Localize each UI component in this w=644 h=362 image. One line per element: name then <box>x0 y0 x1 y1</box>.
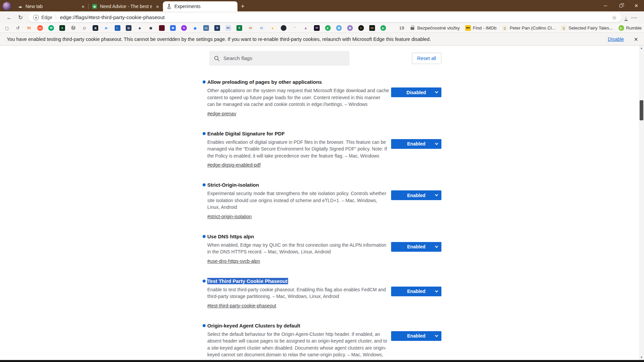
flag-state-dropdown[interactable]: Enabled <box>391 287 441 296</box>
bookmark-item[interactable]: * <box>292 25 298 31</box>
flag-state-dropdown[interactable]: Disabled <box>391 87 441 97</box>
bookmark-item[interactable]: ▦ <box>126 25 131 31</box>
bookmark-item[interactable]: g Selected Fairy Tales... <box>561 25 613 31</box>
bookmark-item[interactable]: ◉ <box>170 25 176 31</box>
bookmark-item[interactable]: IMDb Find - IMDb <box>465 25 497 31</box>
flag-state-value: Enabled <box>407 193 425 198</box>
bookmark-favicon: ◆ <box>192 25 198 31</box>
bookmark-item[interactable]: PC <box>225 25 231 31</box>
minimize-button[interactable] <box>598 0 613 11</box>
bookmark-item[interactable]: G <box>181 25 187 31</box>
flag-description: Experimental security mode that strength… <box>207 190 389 211</box>
bookmark-item[interactable]: >_ <box>115 25 120 31</box>
bookmark-item[interactable]: hl <box>26 25 32 31</box>
search-box[interactable] <box>209 51 350 66</box>
flag-permalink[interactable]: #edge-digsig-enabled-pdf <box>207 162 261 168</box>
bookmark-item[interactable]: S <box>214 25 220 31</box>
flag-row: Use DNS https alpn When enabled, Edge ma… <box>203 234 441 264</box>
bookmark-item[interactable]: ▶ <box>325 25 331 31</box>
scroll-up-icon[interactable]: ▲ <box>639 46 644 51</box>
bookmark-item[interactable]: X <box>236 25 242 31</box>
url-text[interactable]: edge://flags/#test-third-party-cookie-ph… <box>60 14 609 20</box>
scroll-down-icon[interactable]: ▼ <box>639 355 644 360</box>
bookmark-item[interactable]: oo <box>37 25 43 31</box>
new-tab-button[interactable]: + <box>241 3 245 9</box>
bookmark-label: Selected Fairy Tales... <box>569 25 613 31</box>
profile-avatar[interactable] <box>3 2 11 10</box>
bookmark-favicon: 10 <box>248 25 253 31</box>
bookmark-item[interactable]: Ⓜ <box>70 25 76 31</box>
bookmark-item[interactable]: W <box>314 25 320 31</box>
flag-title: Enable Digital Signature for PDF <box>207 131 285 136</box>
flag-description: When enabled, Edge may try QUIC on the f… <box>207 242 389 255</box>
bookmark-item[interactable]: ◆ <box>192 25 198 31</box>
bookmark-item[interactable]: ◆ <box>59 25 65 31</box>
flag-info: Origin-keyed Agent Clusters by default S… <box>203 323 389 362</box>
flag-row: Enable Digital Signature for PDF Enables… <box>203 131 441 168</box>
back-button[interactable]: ← <box>3 15 15 20</box>
chevron-down-icon <box>435 193 438 196</box>
window-controls: × <box>598 0 644 11</box>
bookmark-favicon: G <box>181 25 187 31</box>
settings-menu-button[interactable]: ⋯ <box>628 14 641 21</box>
search-flags-input[interactable] <box>223 55 345 61</box>
bookmark-item[interactable]: ▶ Rumble <box>619 25 642 31</box>
bookmark-item[interactable]: 10 <box>248 25 253 31</box>
flag-info: Use DNS https alpn When enabled, Edge ma… <box>203 234 389 264</box>
bookmark-item[interactable]: VK <box>203 25 209 31</box>
scrollbar-thumb[interactable] <box>640 100 643 120</box>
bookmark-item[interactable]: ♠ <box>137 25 143 31</box>
bookmark-item[interactable]: DP <box>369 25 375 31</box>
downloads-button[interactable]: ↓ <box>624 15 628 20</box>
bookmark-favicon: DP <box>369 25 375 31</box>
flag-state-dropdown[interactable]: Enabled <box>391 190 441 200</box>
close-tab-icon[interactable]: × <box>155 4 160 9</box>
page-scrollbar[interactable]: ▲ ▼ <box>639 46 644 360</box>
banner-disable-link[interactable]: Disable <box>608 37 624 42</box>
bookmark-item[interactable]: Bezpečnostné vložky <box>410 25 460 31</box>
address-bar[interactable]: e Edge edge://flags/#test-third-party-co… <box>29 13 621 22</box>
bookmark-item[interactable]: ▸ <box>358 25 364 31</box>
favorite-star-icon[interactable]: ☆ <box>612 14 616 21</box>
banner-close-icon[interactable]: × <box>634 36 638 43</box>
flag-permalink[interactable]: #test-third-party-cookie-phaseout <box>207 303 276 308</box>
flag-state-dropdown[interactable]: Enabled <box>391 331 441 341</box>
bookmark-item[interactable]: ↺ <box>15 25 21 31</box>
bookmark-item[interactable]: ◉ <box>336 25 342 31</box>
tab-new-tab[interactable]: ☁ New tab × <box>14 1 89 11</box>
bookmark-item[interactable]: ◉ <box>347 25 353 31</box>
bookmark-favicon: W <box>48 25 54 31</box>
bookmark-item[interactable]: ☻ <box>148 25 154 31</box>
flag-permalink[interactable]: #use-dns-https-svcb-alpn <box>207 258 260 264</box>
flag-state-dropdown[interactable]: Enabled <box>391 242 441 252</box>
bookmark-item[interactable]: ▢ <box>4 25 10 31</box>
bookmark-item[interactable]: ▶ <box>380 25 386 31</box>
bookmark-favicon <box>391 25 397 31</box>
restore-button[interactable] <box>613 0 629 11</box>
bookmark-item[interactable] <box>281 25 286 31</box>
bookmark-item[interactable] <box>159 25 165 31</box>
bookmark-item[interactable]: ☺ <box>82 25 87 31</box>
banner-text: You have enabled testing third-party coo… <box>7 37 431 42</box>
tab-experiments[interactable]: Experiments <box>163 1 237 11</box>
flag-state-dropdown[interactable]: Enabled <box>391 139 441 149</box>
bookmark-item[interactable]: ▲ <box>303 25 309 31</box>
reset-all-button[interactable]: Reset all <box>412 53 441 64</box>
chevron-down-icon <box>435 90 438 94</box>
refresh-button[interactable]: ↻ <box>15 15 26 20</box>
bookmark-item[interactable]: W <box>48 25 54 31</box>
flag-permalink[interactable]: #strict-origin-isolation <box>207 214 252 219</box>
bookmark-label: Find - IMDb <box>473 25 497 31</box>
bookmark-favicon: g <box>502 25 507 31</box>
close-window-button[interactable]: × <box>629 0 644 11</box>
bookmark-item[interactable]: a <box>93 25 98 31</box>
close-tab-icon[interactable]: × <box>80 4 86 9</box>
bookmark-item[interactable]: 11 <box>259 25 264 31</box>
tab-need-advice[interactable]: ▦ Need Advice - The best experime × <box>89 1 163 11</box>
bookmark-item[interactable]: g Peter Pan (Collins Cl... <box>502 25 555 31</box>
flag-permalink[interactable]: #edge-prenav <box>207 111 236 116</box>
bookmark-item[interactable]: ▶ <box>104 25 109 31</box>
bookmark-item[interactable]: 19 <box>391 25 404 31</box>
flag-row: Test Third Party Cookie Phaseout Enable … <box>203 278 441 309</box>
bookmark-item[interactable]: ● <box>270 25 275 31</box>
